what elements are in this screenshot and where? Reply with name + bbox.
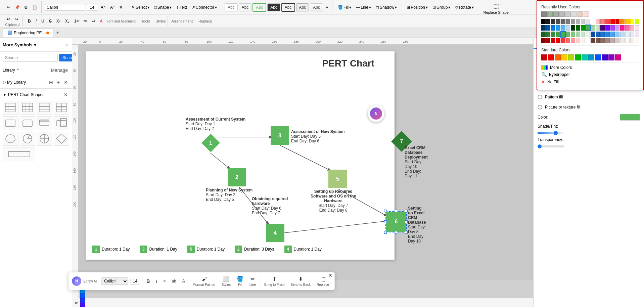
float-italic-btn[interactable]: I (154, 277, 159, 285)
shadow-btn[interactable]: ◻ Shadow ▾ (374, 4, 399, 11)
palette-swatch[interactable] (546, 19, 551, 24)
palette-swatch[interactable] (561, 38, 565, 43)
bottom-color-swatch[interactable] (80, 303, 85, 307)
font-increase-btn[interactable]: A⁺ (99, 4, 107, 11)
palette-swatch[interactable] (635, 25, 639, 31)
palette-swatch[interactable] (596, 19, 600, 24)
pattern-fill-radio[interactable] (538, 95, 542, 99)
recent-swatch[interactable] (565, 11, 571, 17)
standard-color-swatch[interactable] (575, 54, 581, 60)
float-font-size[interactable] (130, 278, 140, 284)
my-library-add-btn[interactable]: + (56, 78, 61, 86)
shape-item[interactable] (20, 101, 36, 115)
palette-swatch[interactable] (615, 19, 620, 24)
main-tab[interactable]: Engineering PE... (3, 29, 53, 37)
underline-btn[interactable]: U (39, 18, 46, 25)
recent-swatch[interactable] (547, 11, 553, 17)
palette-swatch[interactable] (546, 25, 551, 31)
strikethrough-btn[interactable]: S (47, 18, 54, 25)
style-sample-1[interactable]: Abc (225, 3, 238, 11)
subscript-btn[interactable]: X₂ (63, 18, 72, 25)
handle-nw[interactable] (384, 210, 387, 212)
palette-swatch[interactable] (561, 19, 565, 24)
replace-shape-btn[interactable]: ⬚ Replace Shape (481, 1, 511, 13)
text-btn[interactable]: T Text (174, 4, 189, 11)
bring-to-front-btn[interactable]: ⬆ Bring to Front (262, 274, 287, 288)
standard-color-swatch[interactable] (582, 54, 588, 60)
palette-swatch[interactable] (635, 38, 639, 43)
palette-swatch[interactable] (566, 25, 570, 31)
palette-swatch[interactable] (551, 32, 555, 37)
palette-swatch[interactable] (586, 19, 590, 24)
undo-btn[interactable]: ↩ (5, 16, 12, 23)
palette-swatch[interactable] (600, 19, 605, 24)
sidebar-collapse-btn[interactable]: « (64, 41, 69, 49)
palette-swatch[interactable] (556, 25, 560, 31)
palette-swatch[interactable] (615, 38, 620, 43)
shape-item[interactable] (37, 132, 52, 146)
palette-swatch[interactable] (571, 38, 575, 43)
pert-node-3[interactable]: 3 (271, 126, 289, 145)
palette-swatch[interactable] (576, 25, 580, 31)
pert-node-4[interactable]: 4 (266, 224, 284, 242)
palette-swatch[interactable] (576, 19, 580, 24)
pert-node-5[interactable]: 5 (328, 170, 347, 188)
palette-swatch[interactable] (566, 19, 570, 24)
styles-more-btn[interactable]: ▾ (324, 4, 330, 11)
handle-n[interactable] (395, 210, 397, 212)
font-size-input[interactable] (86, 4, 98, 11)
palette-swatch[interactable] (605, 19, 610, 24)
palette-swatch[interactable] (581, 19, 585, 24)
palette-swatch[interactable] (556, 38, 560, 43)
float-bold-btn[interactable]: B (144, 277, 152, 285)
handle-w[interactable] (384, 220, 387, 223)
recent-swatch[interactable] (559, 11, 565, 17)
palette-swatch[interactable] (615, 25, 620, 31)
shade-thumb[interactable] (554, 131, 558, 135)
palette-swatch[interactable] (556, 19, 560, 24)
style-sample-3[interactable]: Abc (252, 3, 266, 12)
manage-btn[interactable]: Manage (49, 66, 69, 74)
send-to-back-btn[interactable]: ⬇ Send to Back (289, 274, 313, 288)
select-btn[interactable]: ↖ Select ▾ (130, 4, 151, 11)
palette-swatch[interactable] (591, 25, 595, 31)
recent-swatch[interactable] (584, 11, 589, 17)
transparency-thumb[interactable] (538, 144, 542, 148)
cut-btn[interactable]: ✂ (5, 4, 12, 11)
palette-swatch[interactable] (620, 19, 625, 24)
recent-swatch[interactable] (571, 11, 577, 17)
palette-swatch[interactable] (581, 25, 585, 31)
palette-swatch[interactable] (610, 38, 615, 43)
palette-swatch[interactable] (586, 25, 590, 31)
eyedropper-row[interactable]: 🔍 Eyedropper (541, 71, 639, 78)
palette-swatch[interactable] (600, 38, 605, 43)
bottom-color-swatch[interactable] (80, 298, 85, 303)
palette-swatch[interactable] (620, 32, 625, 37)
palette-swatch[interactable] (610, 19, 615, 24)
palette-swatch[interactable] (620, 25, 625, 31)
palette-swatch[interactable] (551, 38, 555, 43)
palette-swatch[interactable] (635, 19, 639, 24)
palette-swatch[interactable] (635, 32, 639, 37)
recent-swatch[interactable] (578, 11, 583, 17)
palette-swatch[interactable] (581, 32, 585, 37)
shape-item[interactable] (3, 147, 35, 161)
float-fill-btn[interactable]: 🪣 Fill (235, 274, 245, 288)
palette-swatch[interactable] (586, 32, 590, 37)
position-btn[interactable]: ⊞ Position ▾ (405, 4, 430, 11)
style-sample-5[interactable]: Abc (281, 3, 295, 12)
palette-swatch[interactable] (596, 38, 600, 43)
pert-node-2[interactable]: 2 (228, 168, 246, 186)
palette-swatch[interactable] (546, 38, 551, 43)
bold-btn[interactable]: B (26, 18, 33, 25)
palette-swatch[interactable] (566, 38, 570, 43)
palette-swatch[interactable] (581, 38, 585, 43)
font-color-btn[interactable]: A (98, 18, 105, 25)
palette-swatch[interactable] (605, 38, 610, 43)
pin-btn[interactable]: 📌 (13, 4, 22, 11)
palette-swatch[interactable] (630, 38, 635, 43)
palette-swatch[interactable] (541, 32, 546, 37)
palette-swatch[interactable] (546, 32, 551, 37)
paragraph-align-btn[interactable]: ⇔ (90, 18, 97, 25)
superscript-btn[interactable]: X² (54, 18, 62, 25)
